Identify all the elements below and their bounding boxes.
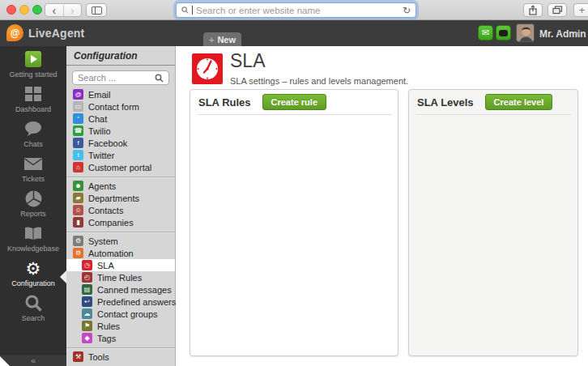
config-item-rules[interactable]: ⚑ Rules bbox=[66, 320, 175, 332]
twilio-icon: ☎ bbox=[73, 126, 83, 136]
config-search-input[interactable]: Search ... bbox=[72, 70, 169, 85]
minimize-window-button[interactable] bbox=[19, 5, 29, 15]
contact-form-icon: ▭ bbox=[73, 101, 83, 112]
panel-divider bbox=[197, 114, 391, 115]
sla-rules-title: SLA Rules bbox=[198, 96, 251, 109]
dashboard-grid-icon bbox=[25, 84, 41, 104]
tags-icon: ◆ bbox=[82, 333, 92, 343]
create-rule-button[interactable]: Create rule bbox=[262, 94, 326, 110]
rules-icon: ⚑ bbox=[82, 321, 92, 331]
plus-icon: + bbox=[209, 35, 214, 45]
config-item-customer-portal[interactable]: ⌂ Customer portal bbox=[66, 161, 175, 173]
gear-icon: ⚙ bbox=[26, 258, 41, 278]
search-placeholder: Search ... bbox=[78, 73, 155, 83]
address-bar[interactable]: Search or enter website name ↻ bbox=[176, 2, 416, 18]
sidebar-item-reports[interactable]: Reports bbox=[0, 185, 66, 220]
chat-button[interactable] bbox=[496, 25, 511, 40]
config-item-twilio[interactable]: ☎ Twilio bbox=[66, 125, 175, 137]
show-tabs-button[interactable] bbox=[548, 3, 567, 17]
config-item-system[interactable]: ⚙ System bbox=[66, 235, 175, 247]
collapse-sidebar-button[interactable]: « bbox=[0, 354, 66, 366]
config-menu: @ Email ▭ Contact form ” Chat ☎ Twilio f… bbox=[66, 88, 175, 363]
config-item-companies[interactable]: ▮ Companies bbox=[66, 216, 175, 228]
tools-icon: ⚒ bbox=[73, 351, 83, 362]
chat-bubble-icon bbox=[499, 30, 508, 36]
sidebar-icon bbox=[92, 6, 102, 15]
agents-icon: ☻ bbox=[73, 181, 83, 191]
chat-icon: ” bbox=[73, 113, 83, 124]
active-section-pointer bbox=[60, 270, 66, 283]
browser-toolbar: ‹ › Search or enter website name ↻ + bbox=[0, 0, 588, 20]
predefined-answers-icon: ↩ bbox=[82, 296, 92, 307]
sidebar-item-knowledgebase[interactable]: Knowledgebase bbox=[0, 220, 66, 255]
avatar-image bbox=[517, 24, 535, 42]
zoom-window-button[interactable] bbox=[32, 5, 42, 15]
sidebar-item-search[interactable]: Search bbox=[0, 290, 66, 325]
new-tab-button[interactable]: + bbox=[573, 3, 588, 17]
sidebar-item-chats[interactable]: Chats bbox=[0, 116, 66, 151]
email-icon: @ bbox=[73, 89, 83, 100]
mail-button[interactable]: ✉ bbox=[478, 25, 493, 40]
contacts-icon: ☺ bbox=[73, 205, 83, 215]
sla-levels-panel: SLA Levels Create level bbox=[408, 89, 578, 356]
config-item-contact-form[interactable]: ▭ Contact form bbox=[66, 100, 175, 113]
config-item-agents[interactable]: ☻ Agents bbox=[66, 180, 175, 192]
new-ticket-tab[interactable]: + New bbox=[203, 32, 241, 46]
tabs-icon bbox=[552, 6, 563, 15]
page-subtitle: SLA settings – rules and levels manageme… bbox=[230, 76, 408, 86]
config-item-tags[interactable]: ◆ Tags bbox=[66, 332, 175, 344]
config-item-email[interactable]: @ Email bbox=[66, 88, 175, 100]
configuration-title: Configuration bbox=[66, 46, 175, 66]
search-icon bbox=[181, 6, 189, 14]
share-button[interactable] bbox=[523, 3, 543, 17]
config-item-sla[interactable]: ◷ SLA bbox=[66, 259, 175, 271]
forward-button[interactable]: › bbox=[63, 5, 82, 16]
magnifier-icon bbox=[25, 293, 42, 313]
close-window-button[interactable] bbox=[6, 5, 16, 15]
config-item-automation[interactable]: ⚙ Automation bbox=[66, 247, 175, 259]
create-level-button[interactable]: Create level bbox=[485, 94, 553, 110]
text-caret bbox=[192, 6, 193, 15]
config-item-predefined-answers[interactable]: ↩ Predefined answers bbox=[66, 296, 175, 308]
address-placeholder: Search or enter website name bbox=[196, 6, 399, 15]
sidebar-item-dashboard[interactable]: Dashboard bbox=[0, 81, 66, 116]
back-button[interactable]: ‹ bbox=[45, 5, 63, 16]
panel-divider bbox=[415, 114, 571, 115]
new-tab-label: New bbox=[217, 35, 236, 45]
customer-portal-icon: ⌂ bbox=[73, 162, 83, 172]
reload-icon[interactable]: ↻ bbox=[403, 6, 411, 15]
liveagent-logo-icon: @ bbox=[6, 24, 23, 41]
config-item-contacts[interactable]: ☺ Contacts bbox=[66, 204, 175, 216]
config-item-chat[interactable]: ” Chat bbox=[66, 113, 175, 125]
sidebar-item-tickets[interactable]: Tickets bbox=[0, 151, 66, 185]
sla-rules-panel: SLA Rules Create rule bbox=[190, 89, 398, 356]
chat-bubble-icon bbox=[23, 119, 43, 138]
canned-messages-icon: ▤ bbox=[82, 284, 92, 295]
config-item-facebook[interactable]: f Facebook bbox=[66, 137, 175, 149]
twitter-icon: t bbox=[73, 150, 83, 160]
sidebar-toggle-button[interactable] bbox=[86, 3, 107, 17]
config-item-departments[interactable]: ▰ Departments bbox=[66, 192, 175, 204]
user-avatar[interactable] bbox=[516, 23, 535, 42]
brand-name: LiveAgent bbox=[28, 27, 84, 40]
sla-icon: ◷ bbox=[82, 260, 92, 270]
config-item-tools[interactable]: ⚒ Tools bbox=[66, 351, 175, 363]
envelope-icon: ✉ bbox=[482, 28, 489, 38]
config-item-twitter[interactable]: t Twitter bbox=[66, 149, 175, 161]
config-item-canned-messages[interactable]: ▤ Canned messages bbox=[66, 283, 175, 296]
corner-notch bbox=[0, 356, 10, 366]
main-sidebar: Getting started Dashboard Chats Tickets … bbox=[0, 46, 66, 354]
config-item-time-rules[interactable]: ◴ Time Rules bbox=[66, 271, 175, 283]
chevron-down-icon[interactable]: ▼ bbox=[574, 30, 582, 38]
sidebar-item-getting-started[interactable]: Getting started bbox=[0, 46, 66, 81]
automation-icon: ⚙ bbox=[73, 248, 83, 258]
book-icon bbox=[24, 223, 42, 243]
page-title: SLA bbox=[230, 50, 265, 72]
config-item-contact-groups[interactable]: ☁ Contact groups bbox=[66, 308, 175, 320]
envelope-icon bbox=[24, 154, 42, 173]
sidebar-item-configuration[interactable]: ⚙ Configuration bbox=[0, 255, 66, 290]
main-content: SLA SLA settings – rules and levels mana… bbox=[177, 46, 588, 366]
share-icon bbox=[528, 5, 538, 15]
search-icon bbox=[155, 74, 164, 83]
contact-groups-icon: ☁ bbox=[82, 309, 92, 319]
